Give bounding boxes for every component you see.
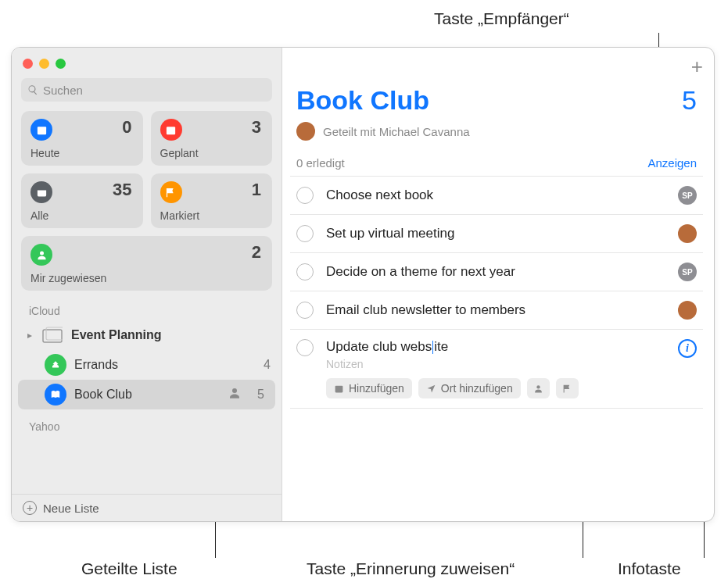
smart-assigned-label: Mir zugewiesen [30, 272, 263, 284]
avatar [296, 122, 315, 141]
chip-label: Ort hinzufügen [441, 382, 513, 395]
text-before-cursor: Update club webs [326, 339, 432, 354]
shared-with-row[interactable]: Geteilt mit Michael Cavanna [282, 116, 714, 148]
section-icloud[interactable]: iCloud [12, 298, 282, 320]
text-after-cursor: ite [434, 339, 448, 354]
new-list-button[interactable]: + Neue Liste [12, 494, 282, 521]
add-location-button[interactable]: Ort hinzufügen [418, 378, 521, 398]
window-controls [12, 57, 282, 77]
notes-placeholder[interactable]: Notizen [326, 358, 665, 370]
complete-toggle[interactable] [296, 187, 314, 204]
list-icon [45, 384, 66, 406]
reminder-text: Set up virtual meeting [326, 226, 665, 241]
list-count: 5 [257, 388, 264, 402]
close-icon[interactable] [23, 59, 33, 69]
reminder-item[interactable]: Decide on a theme for next year SP [290, 252, 703, 291]
calendar-icon [30, 119, 52, 141]
shared-icon [228, 386, 242, 403]
complete-toggle[interactable] [296, 263, 314, 280]
svg-rect-1 [37, 127, 45, 129]
smart-flagged-label: Markiert [160, 209, 264, 222]
search-icon [27, 84, 38, 95]
callout-recipients: Taste „Empfänger“ [434, 9, 569, 28]
svg-point-3 [40, 251, 44, 255]
zoom-icon[interactable] [56, 59, 66, 69]
reminder-item[interactable]: Choose next book SP [290, 176, 703, 214]
calendar-icon [334, 384, 344, 394]
app-window: Suchen 0 Heute 3 Geplant 35 [11, 47, 715, 522]
reminder-item[interactable]: Email club newsletter to members [290, 291, 703, 329]
flag-button[interactable] [556, 378, 579, 398]
smart-lists: 0 Heute 3 Geplant 35 Alle [12, 111, 282, 298]
location-icon [426, 384, 436, 394]
main-panel: + Book Club 5 Geteilt mit Michael Cavann… [282, 48, 714, 521]
quick-actions: Hinzufügen Ort hinzufügen [326, 378, 665, 398]
text-cursor [432, 341, 433, 354]
shared-with-label: Geteilt mit Michael Cavanna [323, 125, 470, 138]
sidebar: Suchen 0 Heute 3 Geplant 35 [12, 48, 282, 521]
list-errands[interactable]: Errands 4 [12, 350, 282, 380]
svg-rect-2 [167, 127, 175, 134]
smart-assigned-count: 2 [252, 242, 261, 263]
complete-toggle[interactable] [296, 302, 314, 319]
smart-today-count: 0 [122, 117, 131, 138]
reminder-item-editing[interactable]: Update club website Notizen Hinzufügen O… [290, 329, 703, 409]
chevron-right-icon: ▸ [27, 330, 32, 341]
person-icon [533, 384, 543, 394]
reminder-text: Decide on a theme for next year [326, 264, 665, 280]
callout-info: Infotaste [618, 559, 681, 578]
search-input[interactable]: Suchen [21, 78, 272, 102]
svg-point-6 [232, 388, 237, 393]
calendar-icon [160, 119, 182, 141]
list-title: Book Club [296, 85, 429, 116]
smart-today-label: Heute [30, 147, 134, 159]
smart-flagged-count: 1 [252, 180, 261, 200]
svg-rect-7 [335, 385, 343, 392]
add-reminder-button[interactable]: + [691, 55, 703, 79]
smart-assigned[interactable]: 2 Mir zugewiesen [21, 236, 272, 291]
person-icon [30, 244, 52, 266]
new-list-label: Neue Liste [43, 502, 99, 515]
search-placeholder: Suchen [43, 84, 83, 97]
folder-icon [41, 324, 63, 346]
reminder-text: Email club newsletter to members [326, 302, 665, 318]
smart-all-label: Alle [30, 209, 134, 222]
complete-toggle[interactable] [296, 339, 314, 356]
list-label: Book Club [74, 388, 132, 402]
flag-icon [562, 384, 572, 394]
folder-label: Event Planning [71, 328, 162, 342]
smart-all-count: 35 [113, 180, 131, 200]
info-button[interactable]: i [678, 339, 697, 358]
minimize-icon[interactable] [39, 59, 49, 69]
list-count: 4 [264, 358, 271, 372]
assign-button[interactable] [527, 378, 550, 398]
smart-scheduled-count: 3 [252, 117, 261, 138]
smart-all[interactable]: 35 Alle [21, 173, 143, 228]
folder-event-planning[interactable]: ▸ Event Planning [12, 320, 282, 350]
list-total-count: 5 [682, 85, 697, 116]
reminder-text: Choose next book [326, 188, 665, 203]
reminder-item[interactable]: Set up virtual meeting [290, 214, 703, 252]
flag-icon [160, 181, 182, 203]
smart-scheduled[interactable]: 3 Geplant [151, 111, 273, 166]
section-yahoo[interactable]: Yahoo [12, 409, 282, 436]
smart-today[interactable]: 0 Heute [21, 111, 143, 166]
assignee-badge[interactable]: SP [678, 263, 697, 281]
complete-toggle[interactable] [296, 225, 314, 242]
callout-shared-list: Geteilte Liste [81, 559, 178, 578]
tray-icon [30, 181, 52, 203]
reminder-text-input[interactable]: Update club website [326, 339, 665, 355]
callout-assign: Taste „Erinnerung zuweisen“ [307, 559, 515, 578]
assignee-badge[interactable] [678, 224, 697, 243]
smart-flagged[interactable]: 1 Markiert [151, 173, 273, 228]
svg-point-8 [536, 385, 540, 388]
add-date-button[interactable]: Hinzufügen [326, 378, 412, 398]
list-icon [45, 354, 66, 376]
show-completed-button[interactable]: Anzeigen [647, 156, 697, 170]
list-book-club[interactable]: Book Club 5 [18, 380, 275, 409]
list-label: Errands [74, 358, 118, 372]
assignee-badge[interactable] [678, 301, 697, 320]
toolbar: + [282, 48, 714, 85]
reminder-list: Choose next book SP Set up virtual meeti… [282, 176, 714, 409]
assignee-badge[interactable]: SP [678, 186, 697, 205]
